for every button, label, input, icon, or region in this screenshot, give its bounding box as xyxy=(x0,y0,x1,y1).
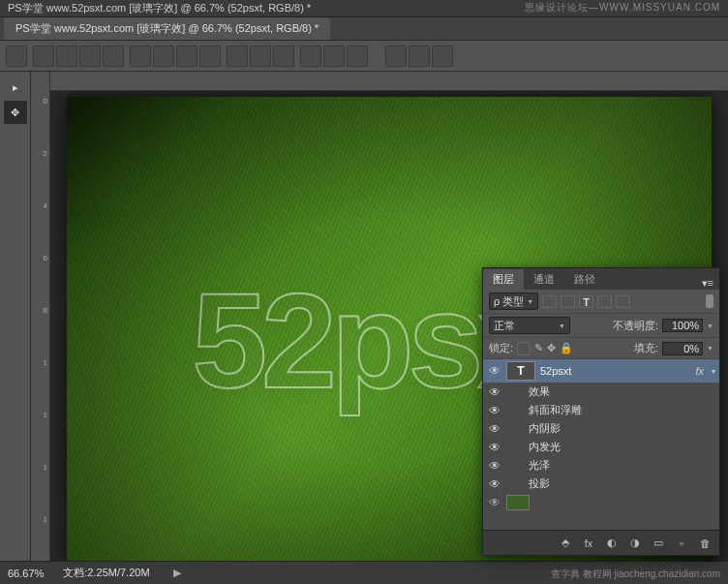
tool-preset-button[interactable] xyxy=(6,46,27,67)
filter-pixel-icon[interactable] xyxy=(542,295,557,308)
layer-row[interactable]: 👁 xyxy=(483,493,719,512)
tab-layers[interactable]: 图层 xyxy=(483,269,524,290)
layer-filter-row: ρ 类型 ▼ T xyxy=(483,290,719,314)
option-button[interactable] xyxy=(227,46,248,67)
panel-tabs: 图层 通道 路径 ▾≡ xyxy=(483,268,719,290)
visibility-toggle-icon[interactable]: 👁 xyxy=(487,476,501,491)
option-button[interactable] xyxy=(103,46,124,67)
layers-panel[interactable]: 图层 通道 路径 ▾≡ ρ 类型 ▼ T 正常 ▼ 不透明度: 100% ▼ 锁… xyxy=(482,267,720,556)
option-button[interactable] xyxy=(432,46,453,67)
effect-name: 光泽 xyxy=(529,458,550,473)
layer-thumbnail[interactable]: T xyxy=(506,361,535,381)
option-button[interactable] xyxy=(300,46,321,67)
effect-name: 内阴影 xyxy=(529,421,561,436)
visibility-toggle-icon[interactable]: 👁 xyxy=(487,421,501,436)
fill-label: 填充: xyxy=(634,341,658,355)
ruler-tick: 1 xyxy=(32,411,47,419)
layer-thumbnail[interactable] xyxy=(506,495,530,510)
fill-value[interactable]: 0% xyxy=(662,342,703,355)
panel-menu-icon[interactable]: ▾≡ xyxy=(696,277,719,290)
visibility-toggle-icon[interactable]: 👁 xyxy=(487,364,501,379)
vertical-ruler[interactable]: 0 2 4 6 8 1 1 1 1 xyxy=(31,72,50,561)
adjustment-layer-icon[interactable]: ◑ xyxy=(626,536,644,551)
zoom-readout[interactable]: 66.67% xyxy=(8,568,44,579)
filter-type-dropdown[interactable]: ρ 类型 ▼ xyxy=(489,292,538,310)
visibility-toggle-icon[interactable]: 👁 xyxy=(487,440,501,454)
option-button[interactable] xyxy=(33,46,54,67)
search-icon: ρ xyxy=(494,295,500,307)
effect-row[interactable]: 👁内发光 xyxy=(528,438,719,456)
lock-fill-row: 锁定: ✎ ✥ 🔒 填充: 0% ▼ xyxy=(483,338,719,359)
layer-mask-icon[interactable]: ◐ xyxy=(603,536,621,551)
filter-toggle[interactable] xyxy=(706,294,713,308)
filter-adjust-icon[interactable] xyxy=(561,295,575,308)
option-button[interactable] xyxy=(130,46,151,67)
effect-row[interactable]: 👁投影 xyxy=(528,475,719,493)
layer-row[interactable]: 👁 T 52psxt fx ▾ xyxy=(483,359,719,383)
option-button[interactable] xyxy=(79,46,101,67)
effect-row[interactable]: 👁内阴影 xyxy=(528,419,719,438)
option-button[interactable] xyxy=(409,46,430,67)
layer-name[interactable]: 52psxt xyxy=(540,365,690,377)
option-button[interactable] xyxy=(153,46,174,67)
chevron-down-icon[interactable]: ▼ xyxy=(707,345,713,352)
effects-header: 效果 xyxy=(529,384,550,399)
status-arrow-icon[interactable]: ▶ xyxy=(173,567,181,579)
option-button[interactable] xyxy=(176,46,197,67)
watermark-top: 思缘设计论坛—WWW.MISSYUAN.COM xyxy=(525,1,720,15)
option-button[interactable] xyxy=(250,46,271,67)
blend-mode-value: 正常 xyxy=(494,319,515,333)
chevron-down-icon[interactable]: ▼ xyxy=(707,323,713,329)
opacity-label: 不透明度: xyxy=(613,319,658,333)
visibility-toggle-icon[interactable]: 👁 xyxy=(487,458,501,473)
lock-position-icon[interactable]: ✥ xyxy=(547,342,556,354)
options-bar xyxy=(0,41,728,72)
doc-size-readout[interactable]: 文档:2.25M/7.20M xyxy=(63,566,149,580)
tool-collapse-icon[interactable]: ▸ xyxy=(4,76,27,99)
group-icon[interactable]: ▭ xyxy=(650,536,667,551)
ruler-tick: 2 xyxy=(32,149,47,158)
ruler-tick: 4 xyxy=(32,201,47,210)
fx-badge[interactable]: fx xyxy=(695,365,707,377)
document-tab-label: PS学堂 www.52psxt.com [玻璃字效] @ 66.7% (52ps… xyxy=(15,22,318,34)
effect-row[interactable]: 👁光泽 xyxy=(528,456,719,475)
filter-smart-icon[interactable] xyxy=(616,295,630,308)
layer-fx-icon[interactable]: fx xyxy=(580,536,597,551)
visibility-toggle-icon[interactable]: 👁 xyxy=(487,384,501,399)
fx-collapse-icon[interactable]: ▾ xyxy=(712,367,715,376)
ruler-tick: 6 xyxy=(32,254,47,262)
tab-paths[interactable]: 路径 xyxy=(564,269,605,290)
layers-panel-footer: ⬘ fx ◐ ◑ ▭ ▫ 🗑 xyxy=(483,530,719,555)
ruler-tick: 0 xyxy=(32,97,47,106)
tab-channels[interactable]: 通道 xyxy=(524,269,564,290)
window-titlebar: PS学堂 www.52psxt.com [玻璃字效] @ 66.7% (52ps… xyxy=(0,0,728,17)
filter-type-icon[interactable]: T xyxy=(579,295,593,308)
tools-panel: ▸ ✥ xyxy=(0,72,31,561)
option-button[interactable] xyxy=(385,46,407,67)
lock-all-icon[interactable]: 🔒 xyxy=(560,342,573,354)
option-button[interactable] xyxy=(273,46,294,67)
opacity-value[interactable]: 100% xyxy=(662,319,703,332)
effects-list: 👁 效果 👁斜面和浮雕 👁内阴影 👁内发光 👁光泽 👁投影 xyxy=(483,383,719,493)
visibility-toggle-icon[interactable]: 👁 xyxy=(487,403,501,417)
horizontal-ruler[interactable] xyxy=(50,72,728,91)
effect-name: 投影 xyxy=(529,476,550,491)
filter-shape-icon[interactable] xyxy=(597,295,612,308)
link-layers-icon[interactable]: ⬘ xyxy=(557,536,574,551)
delete-layer-icon[interactable]: 🗑 xyxy=(696,536,713,551)
lock-label: 锁定: xyxy=(489,341,513,355)
option-button[interactable] xyxy=(56,46,77,67)
option-button[interactable] xyxy=(347,46,368,67)
document-tab[interactable]: PS学堂 www.52psxt.com [玻璃字效] @ 66.7% (52ps… xyxy=(4,17,330,40)
new-layer-icon[interactable]: ▫ xyxy=(673,536,690,551)
effect-row[interactable]: 👁斜面和浮雕 xyxy=(528,401,719,419)
blend-mode-dropdown[interactable]: 正常 ▼ xyxy=(489,317,570,334)
option-button[interactable] xyxy=(199,46,221,67)
move-tool[interactable]: ✥ xyxy=(4,101,27,124)
option-button[interactable] xyxy=(323,46,345,67)
effects-header-row[interactable]: 👁 效果 xyxy=(528,383,719,401)
lock-image-icon[interactable]: ✎ xyxy=(534,342,543,354)
visibility-toggle-icon[interactable]: 👁 xyxy=(487,496,501,510)
chevron-down-icon: ▼ xyxy=(559,323,565,329)
lock-transparent-icon[interactable] xyxy=(517,342,531,355)
